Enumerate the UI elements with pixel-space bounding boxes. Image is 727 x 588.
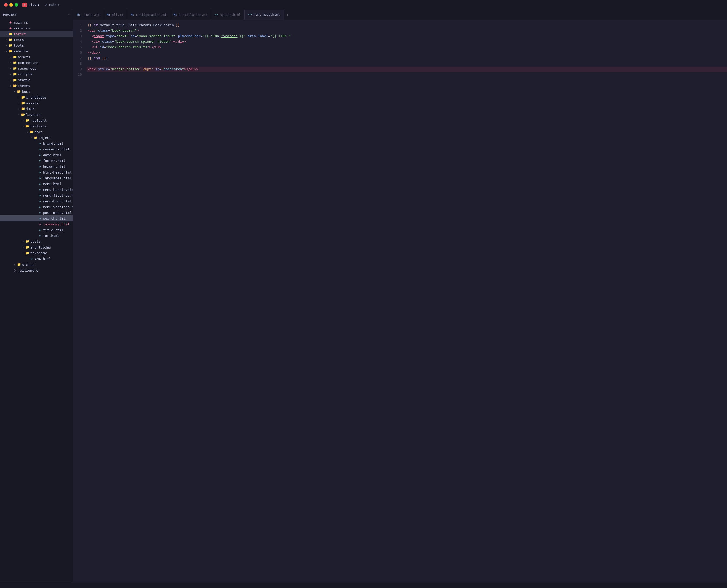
sidebar-item-assets-book[interactable]: 📁 assets [0, 100, 73, 106]
folder-icon: 📁 [13, 66, 17, 70]
tree-arrow [21, 239, 25, 244]
sidebar-item-assets[interactable]: 📁 assets [0, 54, 73, 60]
maximize-button[interactable] [15, 3, 18, 6]
folder-icon: 📂 [13, 84, 17, 88]
file-icon: ◇ [38, 216, 42, 220]
file-icon: ◇ [38, 199, 42, 203]
branch-indicator[interactable]: ⎇ main ▾ [44, 3, 60, 7]
minimize-button[interactable] [9, 3, 13, 6]
folder-icon: 📁 [25, 245, 29, 249]
sidebar-item-date-html[interactable]: ◇ date.html [0, 152, 73, 158]
sidebar-header: Project ▾ [0, 10, 73, 19]
sidebar-item-html-head-html[interactable]: ◇ html-head.html [0, 169, 73, 175]
sidebar-item-archetypes[interactable]: 📁 archetypes [0, 94, 73, 100]
token: }} [100, 56, 106, 61]
token: end [92, 56, 100, 61]
sidebar-item-label: html-head.html [43, 170, 72, 174]
sidebar-item-tools[interactable]: 📁 tools [0, 42, 73, 48]
sidebar-item-shortcodes[interactable]: 📁 shortcodes [0, 244, 73, 250]
token: <div [92, 39, 100, 45]
tab-more-button[interactable]: › [284, 10, 292, 20]
sidebar-item-resources[interactable]: 📁 resources [0, 65, 73, 71]
sidebar-item-title-html[interactable]: ◇ title.html [0, 227, 73, 233]
token: = [108, 67, 110, 72]
token: id [100, 45, 104, 50]
sidebar-item-footer-html[interactable]: ◇ footer.html [0, 158, 73, 164]
tree-arrow [4, 32, 8, 36]
tab-label: installation.md [179, 13, 207, 17]
folder-icon: 📂 [29, 130, 34, 134]
tab-cli-md[interactable]: M↓ cli.md [103, 10, 127, 20]
tab-html-head-html[interactable]: <> html-head.html [245, 10, 284, 20]
html-icon: <> [215, 13, 218, 17]
sidebar-item-partials[interactable]: 📂 partials [0, 123, 73, 129]
token [104, 34, 106, 39]
file-icon: ◇ [38, 193, 42, 197]
sidebar-item-website[interactable]: 📂 website [0, 48, 73, 54]
tab-header-html[interactable]: <> header.html [211, 10, 245, 20]
file-icon: ◇ [38, 182, 42, 186]
sidebar-item-languages-html[interactable]: ◇ languages.html [0, 175, 73, 181]
sidebar-item-static-book[interactable]: 📁 static [0, 261, 73, 267]
sidebar-item-post-meta-html[interactable]: ◇ post-meta.html [0, 210, 73, 215]
sidebar-item-main-rs[interactable]: ◉ main.rs [0, 19, 73, 25]
sidebar-item-toc-html[interactable]: ◇ toc.html [0, 233, 73, 238]
file-icon: ◇ [38, 176, 42, 180]
sidebar-item-brand-html[interactable]: ◇ brand.html [0, 141, 73, 146]
file-icon: ◇ [38, 164, 42, 169]
sidebar-item-label: resources [18, 67, 36, 70]
token [129, 34, 131, 39]
tab-installation-md[interactable]: M↓ installation.md [170, 10, 211, 20]
sidebar-item-error-rs[interactable]: ◉ error.rs [0, 25, 73, 31]
token: "book-search" [110, 28, 137, 34]
sidebar-item-label: menu.html [43, 182, 61, 186]
sidebar-item-comments-html[interactable]: ◇ comments.html [0, 146, 73, 152]
sidebar-item-posts[interactable]: 📁 posts [0, 238, 73, 244]
sidebar-item-book[interactable]: 📂 book [0, 89, 73, 94]
sidebar-item-target[interactable]: 📁 target [0, 31, 73, 37]
editor-content[interactable]: 1 2 3 4 5 6 7 8 9 10 {{ if default true … [74, 20, 727, 582]
token: "docsearch" [162, 67, 184, 72]
folder-icon: 📁 [13, 61, 17, 65]
sidebar-item-menu-filetree-html[interactable]: ◇ menu-filetree.html [0, 192, 73, 198]
sidebar-item-tests[interactable]: 📁 tests [0, 37, 73, 42]
sidebar-item-inject[interactable]: 📁 inject [0, 135, 73, 141]
sidebar-item-content-en[interactable]: 📁 content.en [0, 60, 73, 65]
code-line-9: <div style = "margin-bottom: 20px " id =… [86, 67, 727, 72]
code-line-2: <div class = "book-search" > [86, 28, 727, 34]
sidebar-item-gitignore[interactable]: ○ .gitignore [0, 267, 73, 273]
sidebar-item-taxonomy-html[interactable]: ◇ taxonomy.html [0, 221, 73, 227]
sidebar-item-themes[interactable]: 📂 themes [0, 83, 73, 89]
app-icon: P [22, 3, 27, 7]
folder-icon: 📂 [21, 112, 25, 117]
sidebar-item-default[interactable]: 📁 _default [0, 118, 73, 123]
tab-configuration-md[interactable]: M↓ configuration.md [127, 10, 170, 20]
sidebar-item-menu-bundle-html[interactable]: ◇ menu-bundle.html [0, 187, 73, 192]
tree-arrow [8, 55, 13, 59]
sidebar-item-label: static [22, 263, 34, 267]
code-lines[interactable]: {{ if default true .Site.Params.BookSear… [86, 20, 727, 582]
sidebar-item-docs[interactable]: 📂 docs [0, 129, 73, 135]
sidebar-item-menu-html[interactable]: ◇ menu.html [0, 181, 73, 187]
close-button[interactable] [4, 3, 7, 6]
sidebar-item-menu-versions-html[interactable]: ◇ menu-versions.html [0, 204, 73, 210]
file-icon: ◇ [38, 153, 42, 157]
token: "margin-bottom: [110, 67, 143, 72]
token: ></div> [184, 67, 199, 72]
tab-index-md[interactable]: M↓ _index.md [74, 10, 103, 20]
sidebar-item-scripts[interactable]: 📁 scripts [0, 71, 73, 77]
token [98, 45, 100, 50]
sidebar-item-404-html[interactable]: ◇ 404.html [0, 256, 73, 261]
sidebar-item-taxonomy[interactable]: 📁 taxonomy [0, 250, 73, 256]
sidebar-item-menu-hugo-html[interactable]: ◇ menu-hugo.html [0, 198, 73, 204]
sidebar-item-label: main.rs [14, 20, 28, 24]
sidebar-item-i18n[interactable]: 📁 i18n [0, 106, 73, 112]
sidebar-item-label: menu-versions.html [43, 205, 73, 209]
code-line-4: <div class = "book-search-spinner hidden… [86, 39, 727, 45]
sidebar-item-layouts[interactable]: 📂 layouts [0, 112, 73, 118]
sidebar-item-header-html[interactable]: ◇ header.html [0, 164, 73, 169]
sidebar-item-search-html[interactable]: ◇ search.html [0, 215, 73, 221]
folder-icon: 📂 [8, 49, 13, 53]
sidebar-item-static[interactable]: 📁 static [0, 77, 73, 83]
folder-icon: 📁 [21, 107, 25, 111]
